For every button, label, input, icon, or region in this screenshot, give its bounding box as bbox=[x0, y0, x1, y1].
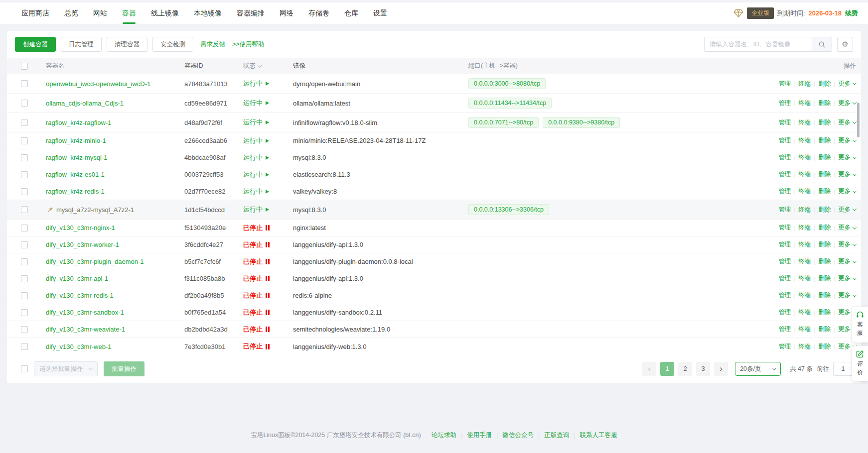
container-name-link[interactable]: dify_v130_c3mr-sandbox-1 bbox=[46, 309, 124, 316]
action-manage-link[interactable]: 管理 bbox=[778, 187, 791, 196]
action-more-link[interactable]: 更多 bbox=[838, 170, 856, 179]
action-terminal-link[interactable]: 终端 bbox=[798, 153, 811, 162]
action-terminal-link[interactable]: 终端 bbox=[798, 136, 811, 145]
page-button-3[interactable]: 3 bbox=[696, 362, 710, 376]
nav-item-3[interactable]: 网站 bbox=[86, 2, 115, 24]
container-name-link[interactable]: ragflow_kr4z-mysql-1 bbox=[46, 154, 108, 161]
batch-select-all-checkbox[interactable] bbox=[21, 365, 28, 372]
nav-item-7[interactable]: 容器编排 bbox=[229, 2, 272, 24]
action-delete-link[interactable]: 删除 bbox=[818, 187, 831, 196]
action-terminal-link[interactable]: 终端 bbox=[798, 257, 811, 266]
action-more-link[interactable]: 更多 bbox=[838, 118, 856, 127]
row-checkbox[interactable] bbox=[21, 188, 28, 195]
search-input[interactable] bbox=[705, 37, 812, 51]
security-check-button[interactable]: 安全检测 bbox=[152, 37, 193, 52]
action-delete-link[interactable]: 删除 bbox=[818, 342, 831, 351]
row-checkbox[interactable] bbox=[21, 137, 28, 144]
action-more-link[interactable]: 更多 bbox=[838, 257, 856, 266]
nav-item-11[interactable]: 设置 bbox=[366, 2, 395, 24]
row-checkbox[interactable] bbox=[21, 171, 28, 178]
nav-item-6[interactable]: 本地镜像 bbox=[186, 2, 229, 24]
container-name-link[interactable]: dify_v130_c3mr-nginx-1 bbox=[46, 224, 115, 231]
page-button-1[interactable]: 1 bbox=[660, 362, 674, 376]
row-checkbox[interactable] bbox=[21, 343, 28, 350]
action-manage-link[interactable]: 管理 bbox=[778, 342, 791, 351]
action-terminal-link[interactable]: 终端 bbox=[798, 325, 811, 334]
goto-page-input[interactable] bbox=[833, 362, 853, 376]
nav-item-10[interactable]: 仓库 bbox=[337, 2, 366, 24]
action-manage-link[interactable]: 管理 bbox=[778, 99, 791, 108]
footer-link-3[interactable]: 微信公众号 bbox=[503, 432, 534, 439]
action-delete-link[interactable]: 删除 bbox=[818, 99, 831, 108]
action-terminal-link[interactable]: 终端 bbox=[798, 187, 811, 196]
action-terminal-link[interactable]: 终端 bbox=[798, 240, 811, 249]
action-terminal-link[interactable]: 终端 bbox=[798, 274, 811, 283]
action-delete-link[interactable]: 删除 bbox=[818, 136, 831, 145]
help-link[interactable]: >>使用帮助 bbox=[232, 40, 265, 49]
nav-item-2[interactable]: 总览 bbox=[57, 2, 86, 24]
action-manage-link[interactable]: 管理 bbox=[778, 224, 791, 232]
row-checkbox[interactable] bbox=[21, 309, 28, 316]
row-checkbox[interactable] bbox=[21, 100, 28, 107]
page-size-select[interactable]: 20条/页 bbox=[735, 362, 781, 376]
action-delete-link[interactable]: 删除 bbox=[818, 118, 831, 127]
container-name-link[interactable]: ragflow_kr4z-es01-1 bbox=[46, 171, 105, 178]
batch-action-select[interactable]: 请选择批量操作 bbox=[34, 361, 98, 376]
prev-page-button[interactable]: ‹ bbox=[642, 362, 656, 376]
next-page-button[interactable]: › bbox=[714, 362, 728, 376]
nav-item-8[interactable]: 网络 bbox=[272, 2, 301, 24]
review-button[interactable]: 评价 bbox=[852, 346, 868, 382]
batch-apply-button[interactable]: 批量操作 bbox=[104, 361, 145, 376]
action-delete-link[interactable]: 删除 bbox=[818, 257, 831, 266]
container-name-link[interactable]: dify_v130_c3mr-redis-1 bbox=[46, 292, 114, 299]
container-name-link[interactable]: dify_v130_c3mr-worker-1 bbox=[46, 241, 119, 248]
container-name-link[interactable]: dify_v130_c3mr-plugin_daemon-1 bbox=[46, 258, 144, 265]
clean-container-button[interactable]: 清理容器 bbox=[107, 37, 147, 52]
action-more-link[interactable]: 更多 bbox=[838, 240, 856, 249]
action-manage-link[interactable]: 管理 bbox=[778, 118, 791, 127]
container-name-link[interactable]: ragflow_kr4z-redis-1 bbox=[46, 188, 105, 195]
row-checkbox[interactable] bbox=[21, 275, 28, 282]
renew-link[interactable]: 续费 bbox=[845, 9, 858, 18]
container-name-link[interactable]: ollama_cdjs-ollama_Cdjs-1 bbox=[46, 100, 124, 107]
action-more-link[interactable]: 更多 bbox=[838, 80, 856, 88]
action-more-link[interactable]: 更多 bbox=[838, 136, 856, 145]
action-more-link[interactable]: 更多 bbox=[838, 274, 856, 283]
action-terminal-link[interactable]: 终端 bbox=[798, 118, 811, 127]
log-manage-button[interactable]: 日志管理 bbox=[61, 37, 102, 52]
nav-item-1[interactable]: 应用商店 bbox=[14, 2, 57, 24]
action-more-link[interactable]: 更多 bbox=[838, 224, 856, 232]
action-manage-link[interactable]: 管理 bbox=[778, 291, 791, 300]
page-button-2[interactable]: 2 bbox=[678, 362, 692, 376]
feedback-link[interactable]: 需求反馈 bbox=[200, 40, 225, 49]
action-manage-link[interactable]: 管理 bbox=[778, 153, 791, 162]
action-delete-link[interactable]: 删除 bbox=[818, 308, 831, 317]
row-checkbox[interactable] bbox=[21, 206, 28, 213]
action-delete-link[interactable]: 删除 bbox=[818, 80, 831, 88]
action-manage-link[interactable]: 管理 bbox=[778, 170, 791, 179]
action-more-link[interactable]: 更多 bbox=[838, 153, 856, 162]
action-delete-link[interactable]: 删除 bbox=[818, 153, 831, 162]
row-checkbox[interactable] bbox=[21, 241, 28, 248]
row-checkbox[interactable] bbox=[21, 326, 28, 333]
action-manage-link[interactable]: 管理 bbox=[778, 325, 791, 334]
action-manage-link[interactable]: 管理 bbox=[778, 240, 791, 249]
create-container-button[interactable]: 创建容器 bbox=[15, 37, 56, 52]
footer-link-4[interactable]: 正版查询 bbox=[544, 432, 569, 439]
action-terminal-link[interactable]: 终端 bbox=[798, 224, 811, 232]
action-terminal-link[interactable]: 终端 bbox=[798, 170, 811, 179]
action-manage-link[interactable]: 管理 bbox=[778, 80, 791, 88]
action-terminal-link[interactable]: 终端 bbox=[798, 80, 811, 88]
customer-service-button[interactable]: 客服 bbox=[852, 307, 868, 342]
nav-item-9[interactable]: 存储卷 bbox=[301, 2, 337, 24]
action-delete-link[interactable]: 删除 bbox=[818, 325, 831, 334]
nav-item-4[interactable]: 容器 bbox=[115, 2, 144, 24]
container-name-link[interactable]: dify_v130_c3mr-web-1 bbox=[46, 343, 112, 350]
action-terminal-link[interactable]: 终端 bbox=[798, 99, 811, 108]
row-checkbox[interactable] bbox=[21, 119, 28, 126]
action-delete-link[interactable]: 删除 bbox=[818, 291, 831, 300]
action-terminal-link[interactable]: 终端 bbox=[798, 308, 811, 317]
row-checkbox[interactable] bbox=[21, 258, 28, 265]
footer-link-5[interactable]: 联系人工客服 bbox=[580, 432, 617, 439]
search-button[interactable] bbox=[812, 37, 832, 51]
